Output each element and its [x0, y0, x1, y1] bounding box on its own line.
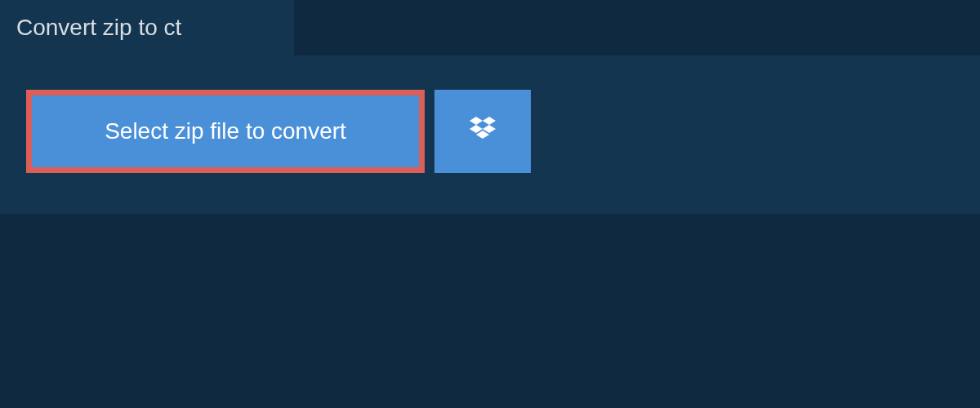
button-row: Select zip file to convert	[26, 90, 954, 173]
tab-bar: Convert zip to ct	[0, 0, 980, 55]
tab-convert[interactable]: Convert zip to ct	[0, 0, 294, 55]
dropbox-button[interactable]	[434, 90, 531, 173]
select-file-button[interactable]: Select zip file to convert	[26, 90, 425, 173]
dropbox-icon	[466, 113, 499, 149]
tab-label: Convert zip to ct	[16, 15, 181, 40]
upload-panel: Select zip file to convert	[0, 55, 980, 214]
select-file-label: Select zip file to convert	[105, 118, 346, 144]
